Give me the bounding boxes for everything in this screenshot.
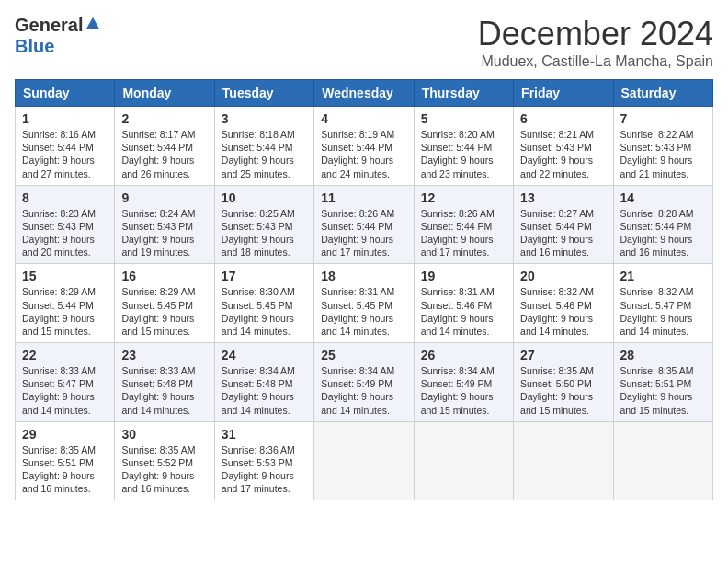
day-number: 3 (222, 111, 307, 126)
day-number: 23 (121, 348, 207, 362)
day-number: 6 (520, 111, 606, 126)
day-cell: 9 Sunrise: 8:24 AM Sunset: 5:43 PM Dayli… (115, 185, 214, 264)
day-number: 7 (620, 111, 706, 126)
day-cell: 1 Sunrise: 8:16 AM Sunset: 5:44 PM Dayli… (16, 107, 115, 186)
day-cell: 16 Sunrise: 8:29 AM Sunset: 5:45 PM Dayl… (115, 264, 214, 343)
day-cell: 6 Sunrise: 8:21 AM Sunset: 5:43 PM Dayli… (514, 107, 613, 186)
weekday-header-tuesday: Tuesday (214, 80, 313, 107)
day-number: 20 (520, 269, 606, 283)
weekday-header-friday: Friday (514, 80, 613, 107)
day-number: 24 (222, 348, 307, 362)
day-info: Sunrise: 8:23 AM Sunset: 5:43 PM Dayligh… (22, 207, 108, 259)
day-number: 16 (121, 269, 207, 283)
day-cell: 11 Sunrise: 8:26 AM Sunset: 5:44 PM Dayl… (314, 185, 414, 264)
day-cell: 17 Sunrise: 8:30 AM Sunset: 5:45 PM Dayl… (214, 264, 313, 343)
day-number: 27 (520, 348, 606, 362)
day-number: 15 (22, 269, 108, 283)
day-number: 28 (620, 348, 706, 362)
day-info: Sunrise: 8:32 AM Sunset: 5:47 PM Dayligh… (620, 285, 706, 338)
week-row-3: 15 Sunrise: 8:29 AM Sunset: 5:44 PM Dayl… (16, 264, 713, 343)
weekday-header-row: SundayMondayTuesdayWednesdayThursdayFrid… (16, 80, 713, 107)
day-number: 5 (421, 111, 506, 126)
day-info: Sunrise: 8:31 AM Sunset: 5:45 PM Dayligh… (321, 285, 406, 338)
day-cell: 22 Sunrise: 8:33 AM Sunset: 5:47 PM Dayl… (16, 343, 115, 422)
day-cell: 10 Sunrise: 8:25 AM Sunset: 5:43 PM Dayl… (214, 185, 313, 264)
day-cell (414, 421, 513, 500)
weekday-header-monday: Monday (115, 80, 214, 107)
week-row-4: 22 Sunrise: 8:33 AM Sunset: 5:47 PM Dayl… (16, 343, 713, 422)
day-cell: 18 Sunrise: 8:31 AM Sunset: 5:45 PM Dayl… (314, 264, 414, 343)
month-title: December 2024 (478, 15, 713, 53)
day-info: Sunrise: 8:34 AM Sunset: 5:49 PM Dayligh… (321, 364, 406, 417)
day-cell (314, 421, 414, 500)
day-number: 30 (121, 427, 207, 442)
day-cell: 23 Sunrise: 8:33 AM Sunset: 5:48 PM Dayl… (115, 343, 214, 422)
day-info: Sunrise: 8:17 AM Sunset: 5:44 PM Dayligh… (121, 128, 207, 180)
day-cell: 7 Sunrise: 8:22 AM Sunset: 5:43 PM Dayli… (613, 107, 712, 186)
day-number: 8 (22, 190, 108, 205)
day-info: Sunrise: 8:35 AM Sunset: 5:52 PM Dayligh… (121, 443, 207, 496)
day-number: 18 (321, 269, 406, 283)
day-number: 19 (421, 269, 506, 283)
week-row-2: 8 Sunrise: 8:23 AM Sunset: 5:43 PM Dayli… (16, 185, 713, 264)
day-number: 25 (321, 348, 406, 362)
week-row-5: 29 Sunrise: 8:35 AM Sunset: 5:51 PM Dayl… (16, 421, 713, 500)
day-number: 1 (22, 111, 108, 126)
day-number: 22 (22, 348, 108, 362)
day-number: 29 (22, 427, 108, 442)
calendar: SundayMondayTuesdayWednesdayThursdayFrid… (15, 79, 713, 500)
logo-general-text: General (15, 15, 83, 36)
day-info: Sunrise: 8:24 AM Sunset: 5:43 PM Dayligh… (121, 207, 207, 259)
day-info: Sunrise: 8:28 AM Sunset: 5:44 PM Dayligh… (620, 207, 706, 259)
day-info: Sunrise: 8:35 AM Sunset: 5:50 PM Dayligh… (520, 364, 606, 417)
day-info: Sunrise: 8:19 AM Sunset: 5:44 PM Dayligh… (321, 128, 406, 180)
day-info: Sunrise: 8:31 AM Sunset: 5:46 PM Dayligh… (421, 285, 506, 338)
day-number: 9 (121, 190, 207, 205)
day-number: 12 (421, 190, 506, 205)
day-info: Sunrise: 8:34 AM Sunset: 5:49 PM Dayligh… (421, 364, 506, 417)
day-info: Sunrise: 8:29 AM Sunset: 5:44 PM Dayligh… (22, 285, 108, 338)
day-info: Sunrise: 8:21 AM Sunset: 5:43 PM Dayligh… (520, 128, 606, 180)
day-info: Sunrise: 8:33 AM Sunset: 5:47 PM Dayligh… (22, 364, 108, 417)
day-info: Sunrise: 8:26 AM Sunset: 5:44 PM Dayligh… (421, 207, 506, 259)
day-number: 2 (121, 111, 207, 126)
weekday-header-thursday: Thursday (414, 80, 513, 107)
day-cell: 30 Sunrise: 8:35 AM Sunset: 5:52 PM Dayl… (115, 421, 214, 500)
day-cell: 15 Sunrise: 8:29 AM Sunset: 5:44 PM Dayl… (16, 264, 115, 343)
day-cell: 31 Sunrise: 8:36 AM Sunset: 5:53 PM Dayl… (214, 421, 313, 500)
day-info: Sunrise: 8:36 AM Sunset: 5:53 PM Dayligh… (222, 443, 307, 496)
day-number: 21 (620, 269, 706, 283)
day-number: 26 (421, 348, 506, 362)
day-number: 11 (321, 190, 406, 205)
day-cell: 21 Sunrise: 8:32 AM Sunset: 5:47 PM Dayl… (613, 264, 712, 343)
day-info: Sunrise: 8:33 AM Sunset: 5:48 PM Dayligh… (121, 364, 207, 417)
day-number: 4 (321, 111, 406, 126)
logo: General Blue (15, 15, 101, 57)
day-number: 13 (520, 190, 606, 205)
header: General Blue December 2024 Muduex, Casti… (15, 15, 713, 70)
day-cell: 14 Sunrise: 8:28 AM Sunset: 5:44 PM Dayl… (613, 185, 712, 264)
day-number: 31 (222, 427, 307, 442)
week-row-1: 1 Sunrise: 8:16 AM Sunset: 5:44 PM Dayli… (16, 107, 713, 186)
day-number: 10 (222, 190, 307, 205)
day-info: Sunrise: 8:26 AM Sunset: 5:44 PM Dayligh… (321, 207, 406, 259)
day-info: Sunrise: 8:18 AM Sunset: 5:44 PM Dayligh… (222, 128, 307, 180)
logo-icon (85, 16, 101, 32)
day-cell: 26 Sunrise: 8:34 AM Sunset: 5:49 PM Dayl… (414, 343, 513, 422)
day-number: 14 (620, 190, 706, 205)
day-info: Sunrise: 8:22 AM Sunset: 5:43 PM Dayligh… (620, 128, 706, 180)
day-info: Sunrise: 8:35 AM Sunset: 5:51 PM Dayligh… (620, 364, 706, 417)
logo-blue-text: Blue (15, 36, 54, 57)
weekday-header-wednesday: Wednesday (314, 80, 414, 107)
day-cell: 19 Sunrise: 8:31 AM Sunset: 5:46 PM Dayl… (414, 264, 513, 343)
day-cell: 3 Sunrise: 8:18 AM Sunset: 5:44 PM Dayli… (214, 107, 313, 186)
day-cell: 4 Sunrise: 8:19 AM Sunset: 5:44 PM Dayli… (314, 107, 414, 186)
weekday-header-sunday: Sunday (16, 80, 115, 107)
day-info: Sunrise: 8:27 AM Sunset: 5:44 PM Dayligh… (520, 207, 606, 259)
day-cell: 13 Sunrise: 8:27 AM Sunset: 5:44 PM Dayl… (514, 185, 613, 264)
day-cell (514, 421, 613, 500)
day-info: Sunrise: 8:35 AM Sunset: 5:51 PM Dayligh… (22, 443, 108, 496)
day-info: Sunrise: 8:32 AM Sunset: 5:46 PM Dayligh… (520, 285, 606, 338)
svg-marker-0 (86, 17, 99, 29)
title-area: December 2024 Muduex, Castille-La Mancha… (478, 15, 713, 70)
